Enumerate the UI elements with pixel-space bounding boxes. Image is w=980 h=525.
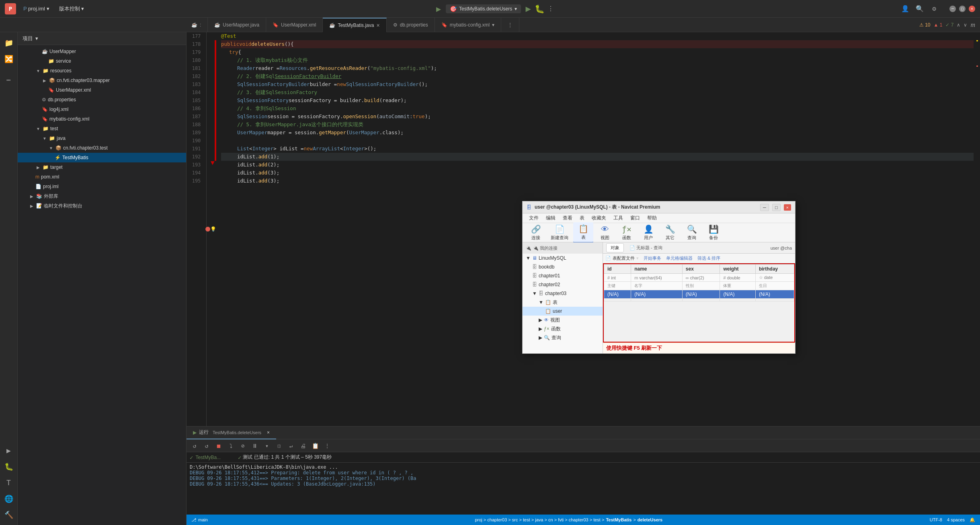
- menu-version-control[interactable]: 版本控制 ▾: [55, 4, 88, 14]
- sidebar-icon-project[interactable]: 📁: [2, 35, 16, 50]
- navicat-cell-editor[interactable]: 单元格编辑器: [666, 255, 693, 261]
- profile-icon[interactable]: 👤: [901, 5, 909, 13]
- navicat-tree-tables[interactable]: ▼ 📋 表: [523, 298, 603, 307]
- statusbar-git[interactable]: ⎇ main: [191, 517, 208, 523]
- navicat-tree-chapter03[interactable]: ▼ 🗄 chapter03: [523, 289, 603, 298]
- navicat-tree-chapter02[interactable]: 🗄 chapter02: [523, 280, 603, 289]
- navicat-tool-table[interactable]: 📋 表: [573, 222, 593, 243]
- navicat-tool-connect[interactable]: 🔗 连接: [526, 223, 546, 242]
- navicat-menu-view[interactable]: 查看: [560, 214, 576, 222]
- navicat-menu-window[interactable]: 窗口: [627, 214, 643, 222]
- maximize-button[interactable]: □: [959, 6, 966, 12]
- tab-db-properties[interactable]: ⚙ db.properties: [387, 18, 435, 32]
- navicat-tree-bookdb[interactable]: 🗄 bookdb: [523, 262, 603, 271]
- tab-more[interactable]: ⋮: [501, 18, 519, 32]
- statusbar-encoding[interactable]: UTF-8: [930, 517, 942, 522]
- navicat-menu-edit[interactable]: 编辑: [543, 214, 559, 222]
- tree-item-test[interactable]: ▼ 📁 test: [18, 124, 186, 133]
- tab-usermapper-xml[interactable]: 🔖 UserMapper.xml: [266, 18, 323, 32]
- navicat-minimize[interactable]: ─: [760, 204, 769, 211]
- minimize-button[interactable]: ─: [949, 6, 956, 12]
- run-config[interactable]: 🎯 TestMyBatis.deleteUsers ▾: [446, 4, 521, 13]
- play-button[interactable]: ▶: [524, 5, 532, 13]
- tab-0[interactable]: ☕ :: [185, 18, 208, 32]
- debug-button[interactable]: 🐛: [535, 5, 543, 13]
- tree-item-log4j[interactable]: 🔖 log4j.xml: [18, 105, 186, 114]
- navicat-tool-backup[interactable]: 💾 备份: [703, 223, 724, 242]
- tab-close-icon[interactable]: ×: [376, 22, 379, 29]
- tree-item-mapper-pkg[interactable]: ▶ 📦 cn.fvti.chapter03.mapper: [18, 76, 186, 85]
- table-data-row[interactable]: (N/A) (N/A) (N/A) (N/A) (N/A): [604, 290, 794, 299]
- tree-item-service[interactable]: 📁 service: [18, 56, 186, 66]
- navicat-tree-queries[interactable]: ▶ 🔍 查询: [523, 333, 603, 342]
- sidebar-icon-commit[interactable]: 🔀: [2, 51, 16, 66]
- navicat-filter-sort[interactable]: 筛选 & 排序: [697, 255, 720, 261]
- tree-item-proj-iml[interactable]: 📄 proj.iml: [18, 182, 186, 191]
- tab-usermapper-java[interactable]: ☕ UserMapper.java: [208, 18, 266, 32]
- navicat-tree-user[interactable]: 📋 user: [523, 307, 603, 316]
- navicat-tree-views[interactable]: ▶ 👁 视图: [523, 316, 603, 324]
- navicat-close[interactable]: ×: [784, 204, 791, 211]
- sidebar-icon-run[interactable]: ▶: [2, 443, 16, 457]
- tree-item-target[interactable]: ▶ 📁 target: [18, 162, 186, 172]
- navicat-tool-view[interactable]: 👁 视图: [595, 223, 615, 242]
- sidebar-icon-git[interactable]: 🌐: [2, 491, 16, 506]
- navicat-tool-other[interactable]: 🔧 其它: [660, 223, 680, 242]
- tab-testmybatis-java[interactable]: ☕ TestMyBatis.java ×: [323, 18, 386, 32]
- sidebar-icon-build[interactable]: 🔨: [2, 507, 16, 522]
- tab-mybatis-config[interactable]: 🔖 mybatis-config.xml ▾: [435, 18, 501, 32]
- filter-button[interactable]: ⏸: [250, 441, 260, 451]
- statusbar-notifications[interactable]: 🔔: [970, 517, 975, 523]
- run-icon[interactable]: ▶: [435, 5, 443, 13]
- unfold-all[interactable]: ∨: [964, 22, 967, 28]
- editor-scrollbar[interactable]: [974, 32, 980, 426]
- sidebar-icon-debug[interactable]: 🐛: [2, 459, 16, 474]
- copy-button[interactable]: 📋: [310, 441, 320, 451]
- sidebar-icon-terminal[interactable]: T: [2, 475, 16, 490]
- navicat-tab-objects[interactable]: 对象: [606, 243, 624, 252]
- navicat-tree-chapter01[interactable]: 🗄 chapter01: [523, 271, 603, 280]
- project-header[interactable]: 项目 ▾: [18, 32, 186, 45]
- navicat-tool-query[interactable]: 📄 新建查询: [547, 223, 572, 242]
- restart-button[interactable]: ↺: [190, 441, 199, 451]
- step-over-button[interactable]: ⤵: [226, 441, 236, 451]
- navicat-tool-user[interactable]: 👤 用户: [638, 223, 658, 242]
- navicat-menu-file[interactable]: 文件: [526, 214, 542, 222]
- navicat-menu-favorites[interactable]: 收藏夹: [588, 214, 609, 222]
- tree-item-test-pkg[interactable]: ▼ 📦 cn.fvti.chapter03.test: [18, 143, 186, 153]
- tree-item-pom[interactable]: m pom.xml: [18, 172, 186, 182]
- navicat-menu-help[interactable]: 帮助: [644, 214, 660, 222]
- more-actions[interactable]: ⋮: [547, 5, 555, 13]
- tree-item-testmybatis[interactable]: ⚡ TestMyBatis: [18, 153, 186, 162]
- navicat-tool-search[interactable]: 🔍 查询: [682, 223, 702, 242]
- print-button[interactable]: 🖨: [298, 441, 308, 451]
- close-button[interactable]: ×: [969, 6, 975, 12]
- stop-button[interactable]: ■: [214, 441, 223, 451]
- navicat-menu-tools[interactable]: 工具: [610, 214, 626, 222]
- run-tab-close[interactable]: ×: [267, 430, 270, 435]
- wrap-button[interactable]: ↵: [286, 441, 296, 451]
- rerun-button[interactable]: ↺: [202, 441, 211, 451]
- menu-item-proj[interactable]: P proj.iml ▾: [19, 4, 53, 13]
- tree-item-scratch[interactable]: ▶ 📝 临时文件和控制台: [18, 201, 186, 211]
- more-button[interactable]: ▾: [262, 441, 272, 451]
- tree-item-external-lib[interactable]: ▶ 📚 外部库: [18, 191, 186, 201]
- navicat-tree-linuxmysql[interactable]: ▼ 🖥 LinuxMySQL: [523, 254, 603, 262]
- expand-button[interactable]: ⎅: [274, 441, 284, 451]
- settings-icon[interactable]: ⚙: [930, 5, 938, 13]
- toggle-button[interactable]: ⊘: [238, 441, 248, 451]
- tree-item-mybatis-config[interactable]: 🔖 mybatis-config.xml: [18, 114, 186, 124]
- navicat-maximize[interactable]: □: [772, 204, 781, 211]
- navicat-menu-table[interactable]: 表: [576, 214, 588, 222]
- navicat-tool-function[interactable]: ƒ× 函数: [617, 223, 637, 242]
- sidebar-icon-bookmark[interactable]: ⋯: [2, 72, 16, 87]
- tree-item-db-properties[interactable]: ⚙ db.properties: [18, 95, 186, 105]
- tree-item-resources[interactable]: ▼ 📁 resources: [18, 66, 186, 76]
- navicat-begin-transaction[interactable]: 开始事务: [644, 255, 661, 261]
- statusbar-indent[interactable]: 4 spaces: [947, 517, 965, 522]
- run-tab-run[interactable]: ▶ 运行 TestMyBatis.deleteUsers ×: [187, 427, 276, 439]
- tree-item-usermapper[interactable]: ☕ UserMapper: [18, 47, 186, 56]
- fold-all[interactable]: ∧: [957, 22, 960, 28]
- navicat-tab-query[interactable]: 📄 无标题 - 查询: [625, 244, 666, 252]
- tree-item-java[interactable]: ▼ 📁 java: [18, 133, 186, 143]
